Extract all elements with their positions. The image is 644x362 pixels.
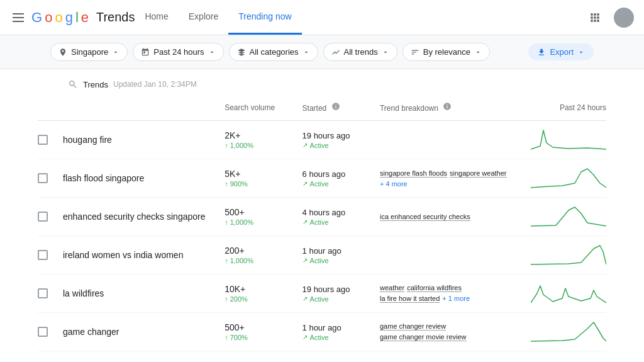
sort-filter[interactable]: By relevance [402, 43, 490, 61]
active-status-icon: ↗ [303, 180, 308, 187]
trend-name[interactable]: ireland women vs india women [63, 250, 183, 260]
chevron-down-icon-3 [303, 48, 310, 56]
main-nav: Home Explore Trending now [135, 0, 584, 35]
table-row: flash flood singapore 5K+ ↑ 900% 6 hours… [38, 159, 606, 198]
sparkline-container [509, 319, 606, 344]
col-volume-header: Search volume [225, 103, 302, 112]
breakdown-tags: singapore flash floods singapore weather… [380, 169, 509, 188]
active-status-icon: ↗ [303, 142, 308, 149]
started-time: 4 hours ago [303, 208, 380, 217]
row-checkbox[interactable] [38, 250, 48, 260]
status-badge: ↗ Active [303, 334, 380, 341]
status-text: Active [310, 218, 329, 226]
status-text: Active [310, 142, 329, 149]
started-time: 1 hour ago [303, 323, 380, 332]
status-text: Active [310, 295, 329, 303]
volume-main: 5K+ [225, 169, 302, 179]
volume-change: ↑ 1,000% [225, 218, 302, 226]
trends-type-label: All trends [344, 47, 378, 57]
trends-type-filter[interactable]: All trends [323, 43, 397, 61]
menu-button[interactable] [10, 11, 26, 25]
search-icon [68, 79, 78, 89]
sort-label: By relevance [423, 47, 470, 57]
col-chart-header: Past 24 hours [509, 103, 606, 112]
table-row: ireland women vs india women 200+ ↑ 1,00… [38, 236, 606, 274]
breakdown-tag[interactable]: singapore flash floods [380, 169, 447, 178]
table-row: hougang fire 2K+ ↑ 1,000% 19 hours ago ↗… [38, 121, 606, 159]
chevron-down-icon-4 [382, 48, 389, 56]
chevron-down-icon-5 [474, 48, 482, 56]
volume-main: 200+ [225, 246, 302, 256]
calendar-icon [141, 48, 150, 57]
table-row: la wildfires 10K+ ↑ 200% 19 hours ago ↗ … [38, 274, 606, 313]
nav-home[interactable]: Home [135, 0, 178, 35]
volume-main: 2K+ [225, 130, 302, 140]
row-checkbox[interactable] [38, 327, 48, 337]
volume-change: ↑ 900% [225, 180, 302, 188]
user-avatar[interactable] [614, 8, 634, 28]
breakdown-tag[interactable]: weather [380, 284, 404, 292]
info-icon-breakdown [443, 102, 452, 111]
table-row: enhanced security checks singapore 500+ … [38, 198, 606, 236]
status-badge: ↗ Active [303, 257, 380, 264]
trend-name[interactable]: flash flood singapore [63, 173, 144, 183]
sparkline-container [509, 166, 606, 191]
time-filter[interactable]: Past 24 hours [133, 43, 223, 61]
time-range-label: Past 24 hours [153, 47, 204, 57]
export-button[interactable]: Export [528, 43, 594, 60]
trends-title: Trends [83, 80, 108, 89]
active-status-icon: ↗ [303, 295, 308, 302]
table-header-row: Search volume Started Trend breakdown Pa… [38, 94, 606, 121]
header: Google Trends Home Explore Trending now [0, 0, 644, 35]
trends-icon [331, 48, 340, 57]
breakdown-tag[interactable]: la fire how it started [380, 295, 440, 303]
row-checkbox[interactable] [38, 173, 48, 183]
status-badge: ↗ Active [303, 295, 380, 303]
sort-icon [411, 48, 419, 57]
active-status-icon: ↗ [303, 218, 308, 225]
table-body: hougang fire 2K+ ↑ 1,000% 19 hours ago ↗… [38, 121, 606, 362]
status-text: Active [310, 180, 329, 188]
categories-filter[interactable]: All categories [229, 43, 318, 61]
logo: Google Trends [31, 9, 135, 26]
trend-name[interactable]: game changer [63, 327, 119, 337]
location-label: Singapore [71, 47, 108, 57]
status-badge: ↗ Active [303, 180, 380, 188]
breakdown-tag[interactable]: game changer review [380, 322, 446, 331]
started-time: 6 hours ago [303, 169, 380, 179]
row-checkbox[interactable] [38, 288, 48, 298]
breakdown-more[interactable]: + 4 more [380, 180, 408, 188]
sparkline-container [509, 242, 606, 268]
nav-explore[interactable]: Explore [179, 0, 228, 35]
table-title-row: Trends Updated Jan 10, 2:34PM [38, 69, 606, 94]
breakdown-tag[interactable]: ica enhanced security checks [380, 213, 470, 221]
chevron-down-icon-2 [208, 48, 216, 56]
trend-name[interactable]: la wildfires [63, 288, 104, 298]
chevron-down-icon [112, 48, 119, 56]
breakdown-tag[interactable]: singapore weather [450, 169, 507, 178]
row-checkbox[interactable] [38, 212, 48, 222]
trend-name[interactable]: hougang fire [63, 135, 112, 145]
grid-apps-button[interactable] [584, 6, 606, 29]
started-time: 1 hour ago [303, 246, 380, 256]
header-actions [584, 6, 634, 29]
breakdown-more[interactable]: + 1 more [442, 295, 470, 303]
trend-name[interactable]: enhanced security checks singapore [63, 212, 205, 222]
status-text: Active [310, 334, 329, 341]
nav-trending-now[interactable]: Trending now [228, 0, 301, 35]
status-badge: ↗ Active [303, 142, 380, 149]
started-time: 19 hours ago [303, 285, 380, 294]
row-checkbox[interactable] [38, 135, 48, 145]
volume-change: ↑ 1,000% [225, 142, 302, 149]
status-badge: ↗ Active [303, 218, 380, 226]
table-row: game changer 500+ ↑ 700% 1 hour ago ↗ Ac… [38, 313, 606, 351]
filter-bar: Singapore Past 24 hours All categories A… [0, 35, 644, 69]
location-filter[interactable]: Singapore [50, 43, 128, 61]
breakdown-tag[interactable]: game changer movie review [380, 333, 467, 341]
info-icon-started [331, 102, 340, 111]
volume-change: ↑ 700% [225, 334, 302, 341]
table-row: tesla model y 500+ ↑ 800% 2 hours ago ↗ … [38, 351, 606, 362]
categories-label: All categories [250, 47, 299, 57]
breakdown-tag[interactable]: california wildfires [407, 284, 462, 292]
volume-main: 10K+ [225, 284, 302, 294]
